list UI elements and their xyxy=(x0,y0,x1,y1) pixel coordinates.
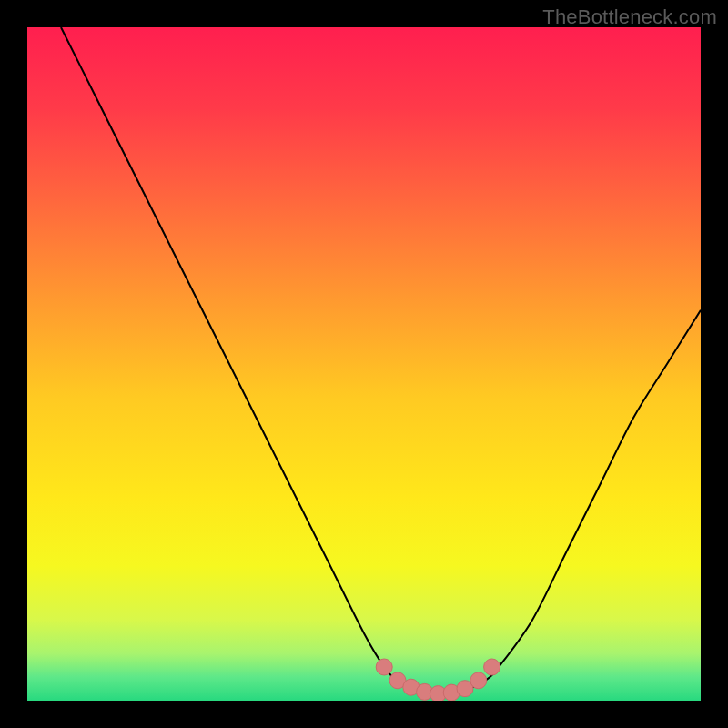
valley-marker xyxy=(470,672,487,689)
valley-marker xyxy=(484,659,500,675)
bottleneck-curve xyxy=(27,27,701,701)
valley-marker xyxy=(376,659,392,675)
chart-frame: TheBottleneck.com xyxy=(0,0,728,728)
curve-path xyxy=(61,27,701,694)
valley-markers xyxy=(376,659,500,701)
watermark-text: TheBottleneck.com xyxy=(542,5,717,29)
plot-area xyxy=(27,27,701,701)
